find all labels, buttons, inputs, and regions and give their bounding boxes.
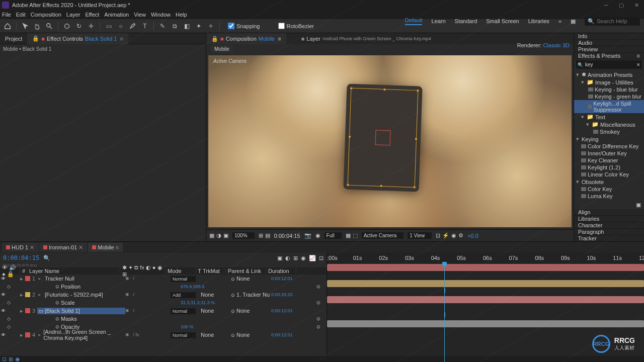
menu-effect[interactable]: Effect (85, 12, 99, 18)
orbit-tool[interactable] (62, 22, 71, 31)
rect-tool[interactable]: ▭ (104, 22, 113, 31)
label-color[interactable] (25, 292, 30, 297)
blend-mode[interactable]: Add (171, 292, 196, 298)
layer-name[interactable]: ▫[Androi...th Green Screen _ Chroma Key.… (37, 329, 125, 341)
layer-switches[interactable]: ✱ / (125, 308, 171, 313)
playhead[interactable] (444, 263, 445, 362)
parent-link[interactable]: 1. Tracker Nu (236, 292, 270, 298)
maximize-button[interactable]: ▢ (614, 0, 629, 10)
visibility-icon[interactable]: 👁 (1, 332, 6, 337)
blend-mode[interactable]: Normal (171, 276, 196, 282)
comp-mini-icon[interactable]: ▣ (277, 255, 282, 261)
help-search-input[interactable] (597, 18, 637, 24)
track-matte[interactable]: None (201, 332, 214, 338)
motion-icon[interactable]: ◉ (451, 232, 456, 239)
close-button[interactable]: ✕ (629, 0, 644, 10)
home-button[interactable] (3, 22, 12, 31)
tab-menu-icon[interactable]: ≡ (120, 36, 123, 42)
brain-icon[interactable]: ⊡ (319, 255, 324, 261)
anchor-point[interactable] (375, 130, 390, 146)
tab-project[interactable]: Project (0, 33, 27, 44)
clear-search-icon[interactable]: ✕ (636, 62, 640, 67)
panel-tracker[interactable]: Tracker (574, 235, 644, 241)
panel-paragraph[interactable]: Paragraph (574, 229, 644, 235)
timeline-tab-mobile[interactable]: Mobile≡ (88, 243, 123, 252)
lock-icon[interactable] (16, 292, 19, 297)
new-bin-icon[interactable]: ▣ (636, 202, 641, 208)
menu-window[interactable]: Window (151, 12, 171, 18)
visibility-icon[interactable]: 👁 (1, 292, 6, 297)
layer-name[interactable]: ▫[Futuristic - 52922.mp4] (37, 292, 125, 298)
camera-dropdown[interactable]: Active Camera (362, 232, 404, 239)
panel-align[interactable]: Align (574, 209, 644, 216)
tab-composition[interactable]: 🔒 ■ Composition Mobile ≡ (206, 33, 286, 44)
exposure-value[interactable]: +0.0 (467, 233, 478, 239)
property-value[interactable]: 100 % (179, 324, 194, 329)
track-matte[interactable]: None (201, 292, 214, 298)
text-tool[interactable]: T (140, 22, 149, 31)
label-color[interactable] (25, 332, 30, 337)
zoom-tool[interactable] (45, 22, 54, 31)
layer-name[interactable]: ▫Tracker Null (37, 276, 125, 282)
timecode[interactable]: 0:00:04:15 (3, 254, 39, 261)
property-value[interactable]: 676.6,555.5 (179, 284, 205, 289)
layer-switches[interactable]: ✱ / (125, 292, 171, 297)
track-matte[interactable]: None (201, 308, 214, 314)
anchor-tool[interactable]: ✛ (87, 22, 96, 31)
menu-layer[interactable]: Layer (66, 12, 80, 18)
grid-icon[interactable]: ⊞ (259, 232, 263, 239)
ws-libraries[interactable]: Libraries (528, 18, 549, 24)
timeline-tab-ironman[interactable]: Ironman-01✕ (39, 243, 87, 252)
preset-selected[interactable]: Keyligh...d Spill Suppressor (574, 100, 644, 113)
current-time[interactable]: 0:00:04:15 (274, 233, 300, 239)
puppet-tool[interactable]: ✧ (206, 22, 215, 31)
layer-switches[interactable]: ✱ / (125, 276, 171, 281)
roto-tool[interactable]: ✦ (194, 22, 203, 31)
ellipse-tool[interactable]: ○ (116, 22, 125, 31)
panel-preview[interactable]: Preview (574, 46, 644, 53)
views-dropdown[interactable]: 1 View (408, 232, 432, 239)
ws-learn[interactable]: Learn (431, 18, 445, 24)
zoom-dropdown[interactable]: 100% (232, 232, 255, 239)
panel-effects-presets[interactable]: Effects & Presets≡ (574, 53, 644, 59)
frame-blend-icon[interactable]: ⊞ (293, 255, 298, 261)
tl-search-icon[interactable]: 🔍 (43, 255, 50, 261)
rotation-tool[interactable]: ↻ (74, 22, 84, 31)
lock-icon[interactable] (16, 276, 19, 281)
panel-libraries[interactable]: Libraries (574, 216, 644, 222)
timeline-tab-hud[interactable]: HUD 1✕ (2, 243, 38, 252)
panel-audio[interactable]: Audio (574, 40, 644, 46)
fast-icon[interactable]: ⚡ (442, 232, 449, 239)
status-icon[interactable]: ◉ (15, 356, 20, 363)
panel-character[interactable]: Character (574, 222, 644, 229)
menu-edit[interactable]: Edit (16, 12, 26, 18)
selection-tool[interactable] (21, 22, 30, 31)
label-color[interactable] (25, 308, 30, 313)
parent-link[interactable]: None (236, 308, 250, 314)
menu-help[interactable]: Help (176, 12, 187, 18)
menu-view[interactable]: View (134, 12, 146, 18)
lock-icon[interactable] (16, 332, 19, 337)
motion-blur-icon[interactable]: ◉ (301, 255, 306, 261)
transparency-icon[interactable]: ▦ (346, 232, 351, 239)
ws-small[interactable]: Small Screen (486, 18, 519, 24)
parent-link[interactable]: None (236, 276, 250, 282)
graph-icon[interactable]: 📈 (309, 255, 316, 261)
lock-icon[interactable] (16, 308, 19, 313)
region-icon[interactable]: ◉ (315, 232, 320, 239)
status-icon[interactable]: ⊞ (9, 356, 13, 363)
visibility-icon[interactable]: 👁 (1, 276, 6, 281)
renderer-label[interactable]: Renderer: Classic 3D (517, 42, 570, 48)
menu-file[interactable]: File (2, 12, 11, 18)
blend-mode[interactable]: Normal (171, 332, 196, 338)
clone-tool[interactable]: ⧉ (170, 22, 179, 31)
pen-tool[interactable] (128, 22, 137, 31)
ws-grid-icon[interactable]: ▦ (571, 18, 576, 25)
panel-info[interactable]: Info (574, 33, 644, 40)
tab-layer-viewer[interactable]: ■ Layer Android Phone with Green Screen … (296, 33, 436, 44)
tab-effect-controls[interactable]: 🔒 ■ Effect Controls Black Solid 1 ≡ (27, 33, 128, 44)
visibility-icon[interactable]: 👁 (1, 308, 6, 313)
shy-icon[interactable]: ◐ (285, 255, 290, 261)
alpha-icon[interactable]: ▦ (209, 232, 214, 239)
status-icon[interactable]: ⊡ (2, 356, 7, 363)
